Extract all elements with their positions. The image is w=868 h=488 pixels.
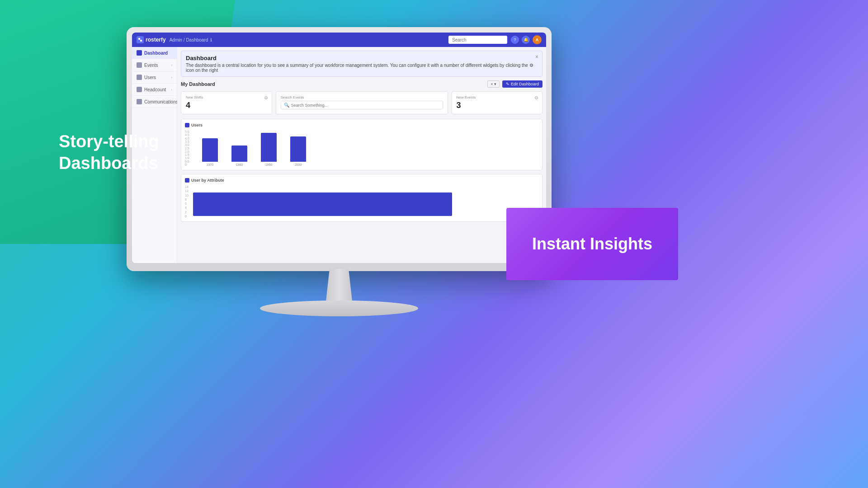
info-icon: ℹ — [210, 38, 212, 42]
widget-value: 4 — [186, 101, 267, 110]
gear-icon[interactable]: ⚙ — [264, 95, 268, 100]
bar-label: 2000 — [295, 163, 302, 166]
bar-group: 1990 — [261, 133, 277, 166]
top-nav: rosterfy Admin / Dashboard ℹ ? 🔔 A — [132, 33, 546, 47]
edit-icon: ✎ — [506, 82, 509, 86]
logo-icon — [137, 36, 144, 43]
user-by-attribute-chart: User by Attribute 0 2 4 6 8 10 — [181, 174, 542, 222]
users-icon — [137, 75, 142, 80]
sidebar-item-dashboard[interactable]: Dashboard — [132, 47, 177, 59]
dashboard-controls: × ▾ ✎ Edit Dashboard — [487, 80, 542, 88]
widget-search-events: Search Events 🔍 — [276, 91, 448, 114]
bar-label: 1990 — [265, 163, 273, 166]
chart-title: User by Attribute — [185, 178, 538, 183]
attribute-bar — [193, 192, 452, 216]
communications-icon — [137, 99, 142, 104]
widget-label: New Events — [457, 95, 538, 99]
instant-insights-block: Instant Insights — [506, 208, 678, 280]
gear-icon[interactable]: ⚙ — [534, 95, 538, 100]
search-icon: 🔍 — [284, 103, 289, 108]
story-label: Story-telling Dashboards — [59, 131, 203, 174]
bar-label: 1980 — [236, 163, 243, 166]
dashboard-icon — [137, 50, 142, 56]
info-banner: Dashboard The dashboard is a central loc… — [181, 51, 542, 77]
y-axis: 0 2 4 6 8 10 12 14 — [185, 185, 193, 218]
instant-insights-label: Instant Insights — [532, 235, 652, 253]
svg-rect-1 — [140, 40, 142, 42]
search-input[interactable] — [448, 36, 507, 44]
headcount-icon — [137, 87, 142, 92]
chevron-right-icon: › — [171, 75, 172, 80]
bar-group: 2000 — [290, 136, 306, 166]
bar — [202, 138, 218, 162]
my-dashboard-label: My Dashboard — [181, 81, 215, 87]
bar-group: 1980 — [231, 145, 247, 166]
widget-value: 3 — [457, 101, 538, 110]
search-events-input[interactable] — [291, 103, 440, 108]
help-icon-btn[interactable]: ? — [511, 36, 519, 44]
bar — [261, 133, 277, 162]
sidebar-item-communications[interactable]: Communications › — [132, 96, 177, 108]
monitor-stand-base — [260, 300, 418, 316]
bar-label: 1970 — [207, 163, 214, 166]
logo-text: rosterfy — [146, 37, 166, 43]
close-icon[interactable]: × — [535, 54, 538, 60]
sidebar-item-label: Events — [144, 63, 158, 68]
chart-title: Users — [185, 123, 538, 127]
users-chart: Users 0 0.5 1.0 1.5 2.0 2.5 — [181, 119, 542, 170]
sidebar-item-label: Dashboard — [144, 51, 168, 56]
bar-chart-area: 1970 1980 1990 — [193, 130, 538, 166]
sidebar-item-headcount[interactable]: Headcount › — [132, 84, 177, 96]
info-banner-text: The dashboard is a central location for … — [186, 63, 538, 73]
svg-rect-0 — [138, 38, 140, 40]
widget-label: New Shifts — [186, 95, 267, 99]
chart-area: 0 0.5 1.0 1.5 2.0 2.5 3.0 3.5 4.0 4.5 — [185, 130, 538, 166]
sidebar-item-label: Users — [144, 75, 156, 80]
bell-icon-btn[interactable]: 🔔 — [522, 36, 530, 44]
bar — [290, 136, 306, 162]
sidebar-item-events[interactable]: Events › — [132, 59, 177, 71]
widget-new-events: New Events 3 ⚙ — [452, 91, 543, 114]
info-banner-title: Dashboard — [186, 55, 538, 61]
app-logo: rosterfy — [137, 36, 166, 43]
x-button[interactable]: × ▾ — [487, 80, 500, 88]
avatar[interactable]: A — [533, 35, 542, 44]
chart-icon — [185, 123, 189, 127]
search-bar: 🔍 — [281, 101, 443, 109]
monitor: rosterfy Admin / Dashboard ℹ ? 🔔 A — [127, 27, 552, 325]
breadcrumb: Admin / Dashboard ℹ — [170, 38, 445, 42]
nav-icons: ? 🔔 A — [511, 35, 542, 44]
events-icon — [137, 62, 142, 68]
chart-icon — [185, 178, 189, 183]
widgets-row: New Shifts 4 ⚙ Search Events 🔍 — [181, 91, 542, 114]
chevron-right-icon: › — [171, 88, 172, 92]
sidebar-item-users[interactable]: Users › — [132, 71, 177, 84]
sidebar-item-label: Communications — [144, 99, 178, 104]
sidebar-item-label: Headcount — [144, 87, 166, 92]
search-events-label: Search Events — [281, 95, 443, 99]
chevron-right-icon: › — [171, 63, 172, 67]
bar-group: 1970 — [202, 138, 218, 166]
bar — [231, 145, 247, 162]
content-area: Dashboard The dashboard is a central loc… — [177, 47, 546, 263]
monitor-stand-neck — [326, 269, 353, 305]
edit-dashboard-button[interactable]: ✎ Edit Dashboard — [502, 80, 542, 88]
dashboard-header: My Dashboard × ▾ ✎ Edit Dashboard — [181, 80, 542, 88]
widget-new-shifts: New Shifts 4 ⚙ — [181, 91, 272, 114]
attribute-chart-area: 0 2 4 6 8 10 12 14 — [185, 185, 538, 218]
